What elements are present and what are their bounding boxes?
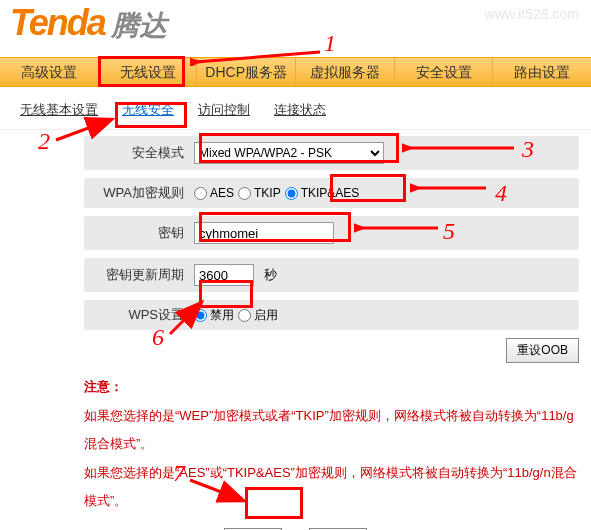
radio-wps-disable-label: 禁用 (210, 307, 234, 324)
row-wpa-rule: WPA加密规则 AES TKIP TKIP&AES (84, 178, 579, 208)
radio-aes-input[interactable] (194, 187, 207, 200)
select-security-mode[interactable]: Mixed WPA/WPA2 - PSK (194, 142, 384, 164)
tab-security[interactable]: 无线安全 (122, 101, 174, 119)
nav-security[interactable]: 安全设置 (395, 58, 494, 86)
label-wpa-rule: WPA加密规则 (94, 184, 194, 202)
tab-access[interactable]: 访问控制 (198, 101, 250, 119)
radio-aes[interactable]: AES (194, 186, 234, 200)
reset-row: 重设OOB (0, 338, 579, 363)
radio-tkipaes-input[interactable] (285, 187, 298, 200)
nav-routing[interactable]: 路由设置 (493, 58, 591, 86)
radio-tkip[interactable]: TKIP (238, 186, 281, 200)
radio-wps-disable-input[interactable] (194, 309, 207, 322)
nav-wireless[interactable]: 无线设置 (99, 58, 198, 86)
radio-tkipaes-label: TKIP&AES (301, 186, 360, 200)
note-title: 注意： (84, 373, 579, 402)
nav-advanced[interactable]: 高级设置 (0, 58, 99, 86)
radio-wps-enable[interactable]: 启用 (238, 307, 278, 324)
input-key[interactable] (194, 222, 334, 244)
row-key: 密钥 (84, 216, 579, 250)
note-p1: 如果您选择的是“WEP”加密模式或者“TKIP”加密规则，网络模式将被自动转换为… (84, 402, 579, 459)
note-area: 注意： 如果您选择的是“WEP”加密模式或者“TKIP”加密规则，网络模式将被自… (84, 373, 579, 516)
label-wps: WPS设置 (94, 306, 194, 324)
logo-sub: 腾达 (111, 7, 167, 45)
logo: Tenda 腾达 (10, 2, 167, 45)
label-security-mode: 安全模式 (94, 144, 194, 162)
form-area: 安全模式 Mixed WPA/WPA2 - PSK WPA加密规则 AES TK… (0, 136, 591, 530)
tab-status[interactable]: 连接状态 (274, 101, 326, 119)
radio-wps-disable[interactable]: 禁用 (194, 307, 234, 324)
radio-wps-enable-label: 启用 (254, 307, 278, 324)
rekey-unit: 秒 (264, 266, 277, 284)
radio-tkip-label: TKIP (254, 186, 281, 200)
main-nav: 高级设置 无线设置 DHCP服务器 虚拟服务器 安全设置 路由设置 (0, 57, 591, 87)
label-rekey: 密钥更新周期 (94, 266, 194, 284)
radio-wps-enable-input[interactable] (238, 309, 251, 322)
row-security-mode: 安全模式 Mixed WPA/WPA2 - PSK (84, 136, 579, 170)
nav-virtual[interactable]: 虚拟服务器 (296, 58, 395, 86)
radio-tkip-input[interactable] (238, 187, 251, 200)
sub-tabs: 无线基本设置 无线安全 访问控制 连接状态 (0, 87, 591, 130)
label-key: 密钥 (94, 224, 194, 242)
header: Tenda 腾达 (0, 0, 591, 57)
row-rekey: 密钥更新周期 秒 (84, 258, 579, 292)
radio-tkipaes[interactable]: TKIP&AES (285, 186, 360, 200)
nav-dhcp[interactable]: DHCP服务器 (197, 58, 296, 86)
tab-basic[interactable]: 无线基本设置 (20, 101, 98, 119)
reset-oob-button[interactable]: 重设OOB (506, 338, 579, 363)
input-rekey[interactable] (194, 264, 254, 286)
logo-text: Tenda (10, 2, 105, 44)
note-p2: 如果您选择的是“AES”或“TKIP&AES”加密规则，网络模式将被自动转换为“… (84, 459, 579, 516)
radio-aes-label: AES (210, 186, 234, 200)
row-wps: WPS设置 禁用 启用 (84, 300, 579, 330)
